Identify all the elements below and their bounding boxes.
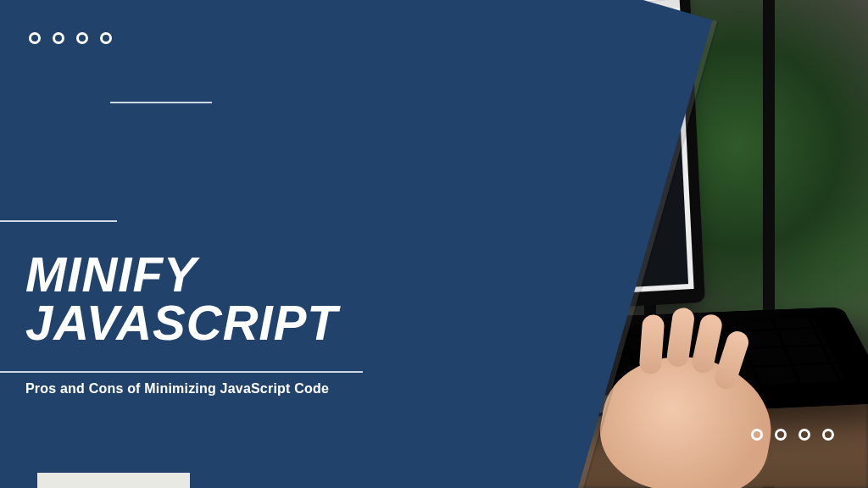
ring-icon <box>798 429 810 441</box>
ring-icon <box>76 32 88 44</box>
decorative-line <box>0 220 117 222</box>
banner-graphic: // javascriptees a mul a Ayxx terusC as … <box>0 0 868 488</box>
ring-icon <box>29 32 41 44</box>
headline: MINIFY JAVASCRIPT <box>25 251 338 347</box>
ring-dots-bottom-right <box>751 429 834 441</box>
ring-icon <box>775 429 787 441</box>
subtitle: Pros and Cons of Minimizing JavaScript C… <box>25 381 329 396</box>
ring-icon <box>53 32 64 44</box>
ring-dots-top-left <box>29 32 112 44</box>
ring-icon <box>100 32 112 44</box>
ring-icon <box>822 429 834 441</box>
bottom-left-stub <box>37 473 190 488</box>
ring-icon <box>751 429 763 441</box>
headline-line-2: JAVASCRIPT <box>25 299 338 347</box>
decorative-line <box>0 371 363 373</box>
decorative-line <box>110 102 212 103</box>
headline-line-1: MINIFY <box>25 251 338 299</box>
